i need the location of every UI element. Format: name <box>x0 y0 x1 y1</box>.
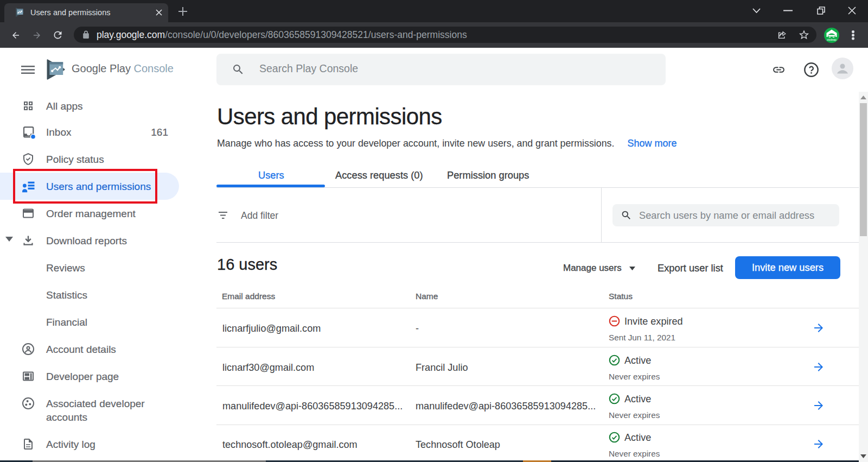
svg-text:otoleap: otoleap <box>827 38 837 41</box>
